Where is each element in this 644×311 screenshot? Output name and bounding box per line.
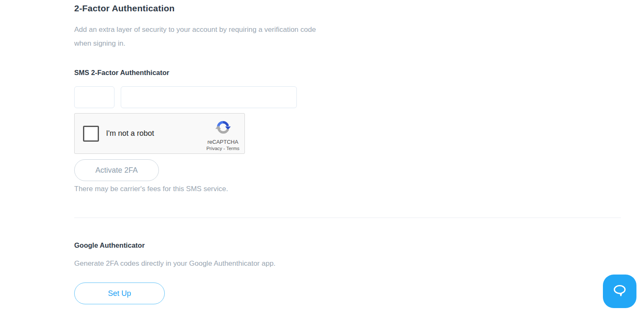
- sms-carrier-fees-note: There may be carrier's fees for this SMS…: [74, 185, 621, 193]
- activate-2fa-button[interactable]: Activate 2FA: [74, 159, 159, 181]
- recaptcha-logo-icon: [215, 119, 231, 138]
- sms-section-heading: SMS 2-Factor Authenthicator: [74, 69, 621, 77]
- speech-bubble-icon: [610, 281, 629, 302]
- recaptcha-privacy-link[interactable]: Privacy: [206, 146, 222, 151]
- country-code-input[interactable]: [74, 86, 114, 108]
- phone-number-input[interactable]: [121, 86, 297, 108]
- chat-launcher-button[interactable]: [603, 275, 636, 308]
- google-authenticator-setup-button[interactable]: Set Up: [74, 282, 165, 304]
- google-authenticator-description: Generate 2FA codes directly in your Goog…: [74, 259, 621, 268]
- recaptcha-terms-link[interactable]: Terms: [226, 146, 239, 151]
- recaptcha-links: Privacy-Terms: [206, 146, 239, 151]
- two-factor-settings-page: 2-Factor Authentication Add an extra lay…: [0, 0, 621, 304]
- page-title: 2-Factor Authentication: [74, 3, 621, 13]
- recaptcha-brand-text: reCAPTCHA: [208, 139, 239, 145]
- recaptcha-checkbox-label: I'm not a robot: [106, 129, 154, 138]
- google-authenticator-heading: Google Authenticator: [74, 241, 621, 249]
- section-divider: [74, 218, 621, 218]
- recaptcha-widget: I'm not a robot reCAPTCHA Privacy-Terms: [74, 113, 245, 154]
- page-description: Add an extra layer of security to your a…: [74, 23, 334, 50]
- sms-inputs-row: [74, 86, 621, 108]
- recaptcha-branding: reCAPTCHA Privacy-Terms: [206, 116, 239, 151]
- recaptcha-checkbox[interactable]: [83, 126, 99, 142]
- recaptcha-link-separator: -: [223, 146, 225, 151]
